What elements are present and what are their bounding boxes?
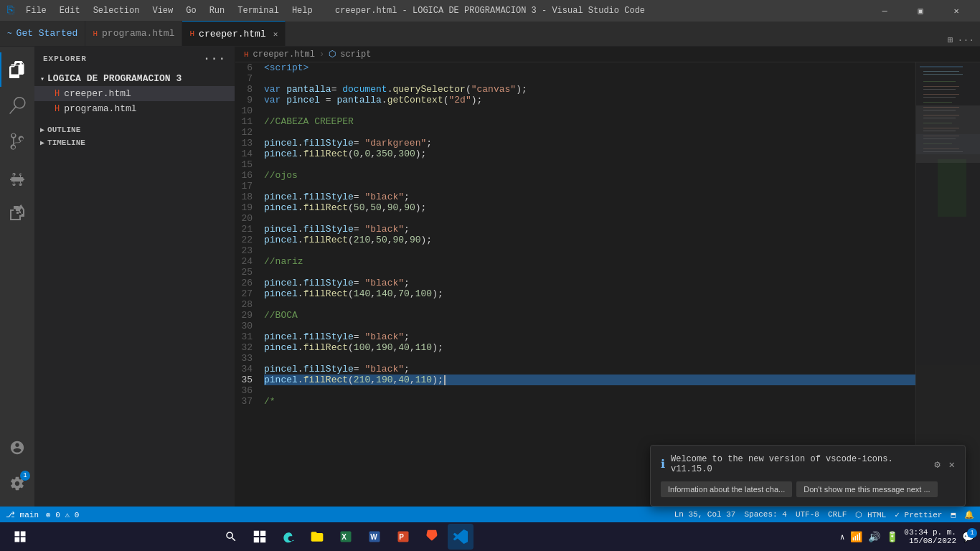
maximize-button[interactable]: ▣: [904, 0, 937, 22]
file-creeper[interactable]: H creeper.html: [34, 86, 235, 101]
menu-terminal[interactable]: Terminal: [232, 4, 285, 17]
close-button[interactable]: ✕: [940, 0, 973, 22]
timeline-section[interactable]: ▶ TIMELINE: [34, 136, 235, 149]
cursor-position[interactable]: Ln 35, Col 37: [674, 510, 736, 519]
activity-search[interactable]: [0, 88, 34, 123]
activity-account[interactable]: [0, 430, 34, 465]
statusbar: ⎇ main ⊗ 0 ⚠ 0 Ln 35, Col 37 Spaces: 4 U…: [0, 507, 980, 522]
taskbar-start-button[interactable]: [6, 522, 34, 551]
svg-rect-2: [923, 74, 963, 75]
activity-extensions[interactable]: [0, 196, 34, 230]
table-row: 11 //CABEZA CREEPER: [235, 116, 915, 127]
activity-source-control[interactable]: [0, 124, 34, 159]
notification-info-button[interactable]: Information about the latest cha...: [661, 481, 792, 497]
sidebar-sections: ▶ OUTLINE ▶ TIMELINE: [34, 123, 235, 149]
table-row: 23: [235, 245, 915, 256]
taskbar-explorer-icon[interactable]: [304, 524, 330, 550]
layout-split-icon[interactable]: ⊞: [948, 34, 953, 46]
titlebar-menu: File Edit Selection View Go Run Terminal…: [20, 4, 319, 17]
menu-go[interactable]: Go: [180, 4, 202, 17]
notification-settings-icon[interactable]: ⚙: [934, 458, 940, 471]
menu-selection[interactable]: Selection: [88, 4, 146, 17]
statusbar-left: ⎇ main ⊗ 0 ⚠ 0: [6, 510, 79, 519]
language-status[interactable]: ⬡ HTML: [855, 510, 886, 519]
activity-settings[interactable]: 1: [0, 466, 34, 501]
svg-rect-1: [923, 71, 959, 72]
code-editor[interactable]: 6 <script> 7 8 var pantalla= document.qu…: [235, 62, 980, 507]
table-row: 12: [235, 127, 915, 138]
errors-status[interactable]: ⊗ 0 ⚠ 0: [46, 510, 79, 519]
table-row: 21 pincel.fillStyle= "black";: [235, 224, 915, 235]
tab-close-button[interactable]: ✕: [273, 29, 278, 39]
breadcrumb-file[interactable]: creeper.html: [253, 50, 315, 60]
more-tabs-icon[interactable]: ···: [958, 35, 974, 46]
menu-help[interactable]: Help: [286, 4, 319, 17]
table-row: 27 pincel.fillRect(140,140,70,100);: [235, 288, 915, 299]
folder-chevron-icon: ▾: [40, 75, 44, 83]
encoding-status[interactable]: UTF-8: [796, 510, 819, 519]
svg-rect-5: [923, 89, 956, 90]
tab-programa-label: programa.html: [102, 28, 174, 39]
creeper-file-icon: H: [55, 89, 60, 99]
taskbar-word-icon[interactable]: W: [362, 524, 387, 550]
outline-label: OUTLINE: [47, 126, 80, 134]
table-row: 9 var pincel = pantalla.getContext("2d")…: [235, 95, 915, 105]
table-row: 32 pincel.fillRect(100,190,40,110);: [235, 342, 915, 353]
sidebar-header: Explorer ···: [34, 47, 235, 71]
activity-explorer[interactable]: [0, 52, 34, 87]
main-area: 1 Explorer ··· ▾ LOGICA DE PROGRAMACION …: [0, 47, 980, 507]
table-row: 19 pincel.fillRect(50,50,90,90);: [235, 202, 915, 213]
eol-status[interactable]: CRLF: [828, 510, 847, 519]
taskbar-battery-icon[interactable]: 🔋: [886, 531, 898, 543]
taskbar-windows-button[interactable]: [247, 524, 273, 550]
taskbar-search[interactable]: [218, 524, 244, 550]
menu-view[interactable]: View: [146, 4, 179, 17]
titlebar-left: ⎘ File Edit Selection View Go Run Termin…: [7, 4, 319, 17]
notification-dismiss-button[interactable]: Don't show me this message next ...: [796, 481, 937, 497]
taskbar-excel-icon[interactable]: X: [333, 524, 359, 550]
settings-badge: 1: [20, 471, 30, 481]
table-row: 8 var pantalla= document.querySelector("…: [235, 84, 915, 95]
table-row: 29 //BOCA: [235, 310, 915, 321]
source-control-status[interactable]: ⎇ main: [6, 510, 39, 519]
spaces-status[interactable]: Spaces: 4: [744, 510, 786, 519]
formatter-status[interactable]: ✓ Prettier: [895, 510, 942, 519]
table-row: 35 pincel.fillRect(210,190,40,110);: [235, 375, 915, 385]
minimap-slider[interactable]: [916, 105, 980, 163]
file-programa[interactable]: H programa.html: [34, 101, 235, 116]
table-row: 13 pincel.fillStyle= "darkgreen";: [235, 138, 915, 149]
notifications-icon[interactable]: 🔔: [964, 510, 974, 519]
taskbar-brave-icon[interactable]: [419, 524, 445, 550]
tab-programa[interactable]: H programa.html: [85, 21, 182, 46]
taskbar-right: ∧ 📶 🔊 🔋 03:34 p. m. 15/08/2022 💬 1: [840, 528, 974, 545]
notification-close-button[interactable]: ✕: [949, 458, 955, 471]
sidebar-more-button[interactable]: ···: [203, 52, 226, 65]
titlebar: ⎘ File Edit Selection View Go Run Termin…: [0, 0, 980, 22]
svg-rect-6: [923, 94, 959, 95]
creeper-html-icon: H: [189, 29, 194, 38]
menu-edit[interactable]: Edit: [54, 4, 86, 17]
taskbar-powerpoint-icon[interactable]: P: [390, 524, 416, 550]
menu-file[interactable]: File: [20, 4, 52, 17]
tab-get-started[interactable]: ~ Get Started: [0, 21, 85, 46]
activitybar: 1: [0, 47, 34, 507]
taskbar-edge-icon[interactable]: [275, 524, 301, 550]
remote-icon[interactable]: ⬒: [951, 510, 956, 519]
minimize-button[interactable]: ‒: [868, 0, 901, 22]
breadcrumb-section[interactable]: script: [340, 50, 371, 60]
tab-creeper[interactable]: H creeper.html ✕: [182, 21, 286, 46]
activity-run-debug[interactable]: [0, 160, 34, 194]
taskbar-sound-icon[interactable]: 🔊: [868, 531, 880, 543]
project-name: LOGICA DE PROGRAMACION 3: [47, 73, 182, 84]
outline-section[interactable]: ▶ OUTLINE: [34, 123, 235, 136]
taskbar-network-icon[interactable]: 📶: [850, 531, 862, 543]
taskbar-vscode-icon[interactable]: [448, 524, 473, 550]
taskbar-notification-area[interactable]: 💬 1: [962, 531, 974, 543]
table-row: 22 pincel.fillRect(210,50,90,90);: [235, 235, 915, 245]
taskbar-clock[interactable]: 03:34 p. m. 15/08/2022: [904, 528, 956, 545]
taskbar-chevron[interactable]: ∧: [840, 532, 845, 542]
activitybar-bottom: 1: [0, 430, 34, 507]
menu-run[interactable]: Run: [204, 4, 231, 17]
svg-text:X: X: [341, 533, 347, 541]
project-folder[interactable]: ▾ LOGICA DE PROGRAMACION 3: [34, 71, 235, 86]
